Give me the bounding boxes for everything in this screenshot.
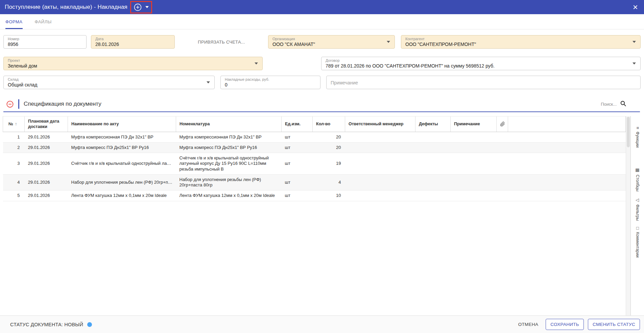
document-footer: СТАТУС ДОКУМЕНТА: НОВЫЙ ОТМЕНА СОХРАНИТЬ…: [0, 315, 644, 333]
counterparty-select[interactable]: Контрагент ООО "САНТЕХПРОМ-РЕМОНТ": [401, 35, 641, 49]
contract-label: Договор: [326, 58, 630, 63]
save-button[interactable]: СОХРАНИТЬ: [546, 319, 584, 330]
cell-act-name: Набор для уплотнения резьбы лен (РФ) 20г…: [68, 174, 176, 190]
column-header-act-name[interactable]: Наименование по акту: [68, 117, 176, 132]
table-row[interactable]: 3 29.01.2026 Счётчик г/в и х/в крыльчаты…: [3, 153, 626, 175]
table-row[interactable]: 2 29.01.2026 Муфта компресс ПЭ Дн25х1" В…: [3, 142, 626, 153]
search-placeholder: Поиск...: [601, 102, 617, 107]
document-status-label: СТАТУС ДОКУМЕНТА: НОВЫЙ: [10, 322, 83, 327]
column-header-manager[interactable]: Ответственный менеджер: [345, 117, 415, 132]
cell-date: 29.01.2026: [25, 153, 68, 175]
change-status-button[interactable]: СМЕНИТЬ СТАТУС: [588, 319, 640, 330]
receipt-document-window: Поступление (акты, накладные) - Накладна…: [0, 0, 644, 333]
warehouse-select[interactable]: Склад Общий склад: [3, 76, 215, 89]
counterparty-value: ООО "САНТЕХПРОМ-РЕМОНТ": [405, 41, 630, 47]
cell-filler: [508, 153, 626, 175]
close-icon[interactable]: ×: [633, 3, 638, 11]
column-header-unit[interactable]: Ед.изм.: [282, 117, 313, 132]
cell-qty: 20: [313, 132, 345, 142]
chevron-down-icon[interactable]: [633, 62, 636, 65]
cell-nomenclature: Муфта компрессионная ПЭ Дн 32х1" ВР: [176, 132, 282, 142]
cell-note: [451, 132, 497, 142]
annotation-highlight-box: [130, 1, 152, 14]
cell-qty: 19: [313, 153, 345, 175]
tab-forma[interactable]: ФОРМА: [5, 14, 23, 29]
counterparty-label: Контрагент: [405, 37, 630, 42]
column-header-planned-date[interactable]: Плановая дата доставки: [25, 117, 68, 132]
cell-attachment: [497, 142, 508, 153]
section-title: Спецификация по документу: [24, 101, 101, 107]
table-row[interactable]: 4 29.01.2026 Набор для уплотнения резьбы…: [3, 174, 626, 190]
cell-unit: шт: [282, 132, 313, 142]
cell-qty: 20: [313, 142, 345, 153]
column-header-num[interactable]: №↑: [3, 117, 25, 132]
warehouse-value: Общий склад: [8, 82, 204, 88]
chevron-down-icon[interactable]: [207, 81, 210, 83]
window-titlebar: Поступление (акты, накладные) - Накладна…: [0, 0, 644, 14]
sort-asc-icon: ↑: [15, 122, 17, 126]
chevron-down-icon[interactable]: [255, 62, 258, 65]
rail-tab-label: Комментарии: [636, 232, 640, 258]
chevron-down-icon[interactable]: [387, 41, 390, 43]
table-row[interactable]: 5 29.01.2026 Лента ФУМ катушка 12мм х 0,…: [3, 190, 626, 201]
column-header-note[interactable]: Примечание: [451, 117, 497, 132]
date-field[interactable]: Дата 28.01.2026: [91, 35, 175, 49]
paperclip-icon: [500, 122, 505, 127]
rail-tab-functions[interactable]: ≡ Функции: [635, 127, 640, 148]
cell-unit: шт: [282, 153, 313, 175]
number-field[interactable]: Номер 8956: [3, 35, 87, 49]
overhead-costs-field[interactable]: Накладные расходы, руб. 0: [220, 76, 320, 89]
chevron-down-icon[interactable]: [145, 6, 149, 8]
rail-tab-filters[interactable]: ▽ Фильтры: [635, 199, 640, 221]
date-field-value: 28.01.2026: [95, 41, 170, 47]
rail-tab-label: Фильтры: [636, 204, 640, 221]
cell-note: [451, 190, 497, 201]
cell-num: 4: [3, 174, 25, 190]
table-scrollbar[interactable]: [626, 116, 630, 315]
cell-manager: [345, 174, 415, 190]
cell-note: [451, 153, 497, 175]
bind-accounts-button[interactable]: ПРИВЯЗАТЬ СЧЕТА...: [175, 40, 268, 45]
warehouse-label: Склад: [8, 77, 204, 82]
cell-defects: [415, 132, 451, 142]
organization-select[interactable]: Организация ООО "СК АМАНАТ": [268, 35, 395, 49]
cell-manager: [345, 132, 415, 142]
column-header-filler: [508, 117, 626, 132]
cell-act-name: Муфта компресс ПЭ Дн25х1" ВР Ру16: [68, 142, 176, 153]
specification-table: №↑ Плановая дата доставки Наименование п…: [3, 116, 626, 201]
chevron-down-icon[interactable]: [633, 41, 636, 43]
search-icon[interactable]: [620, 100, 626, 108]
table-row[interactable]: 1 29.01.2026 Муфта компрессионная ПЭ Дн …: [3, 132, 626, 142]
column-header-nomenclature[interactable]: Номенклатура: [176, 117, 282, 132]
rail-tab-columns[interactable]: ▦ Столбцы: [635, 168, 640, 191]
cell-num: 3: [3, 153, 25, 175]
cell-date: 29.01.2026: [25, 174, 68, 190]
section-accent-bar: [18, 99, 19, 109]
collapse-section-icon[interactable]: [6, 100, 14, 108]
rail-tab-comments[interactable]: □ Комментарии: [635, 227, 640, 257]
cell-act-name: Муфта компрессионная ПЭ Дн 32х1" ВР: [68, 132, 176, 142]
form-tabbar: ФОРМА ФАЙЛЫ: [0, 14, 644, 29]
scrollbar-thumb[interactable]: [627, 117, 630, 147]
cell-note: [451, 174, 497, 190]
tab-faily[interactable]: ФАЙЛЫ: [35, 14, 52, 29]
table-search[interactable]: Поиск...: [601, 100, 626, 108]
note-input[interactable]: [331, 80, 636, 85]
overhead-costs-value: 0: [225, 82, 316, 88]
project-value: Зеленый дом: [8, 63, 252, 69]
project-select[interactable]: Проект Зеленый дом: [3, 57, 263, 70]
project-label: Проект: [8, 58, 252, 63]
functions-icon: ≡: [635, 127, 640, 129]
specification-header: Спецификация по документу Поиск...: [0, 98, 644, 110]
cell-filler: [508, 142, 626, 153]
cancel-button[interactable]: ОТМЕНА: [515, 319, 542, 330]
date-field-label: Дата: [95, 37, 170, 42]
add-circle-icon[interactable]: [134, 3, 142, 11]
contract-select[interactable]: Договор 789 от 28.01.2026 по ООО "САНТЕХ…: [321, 57, 641, 70]
organization-label: Организация: [272, 37, 384, 42]
column-header-attachment[interactable]: [497, 117, 508, 132]
cell-attachment: [497, 190, 508, 201]
cell-note: [451, 142, 497, 153]
column-header-qty[interactable]: Кол-во: [313, 117, 345, 132]
column-header-defects[interactable]: Дефекты: [415, 117, 451, 132]
